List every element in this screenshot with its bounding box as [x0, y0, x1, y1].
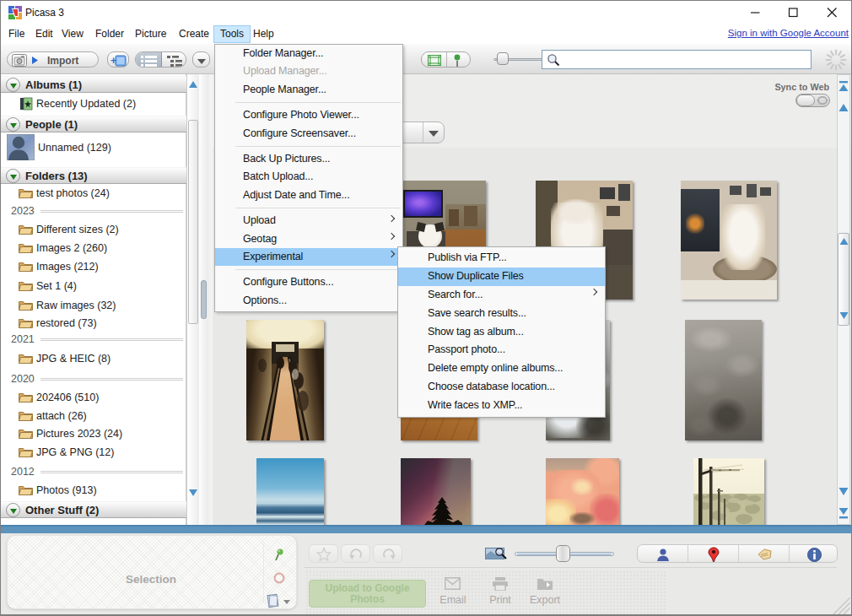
svg-text:+: +	[111, 55, 116, 67]
